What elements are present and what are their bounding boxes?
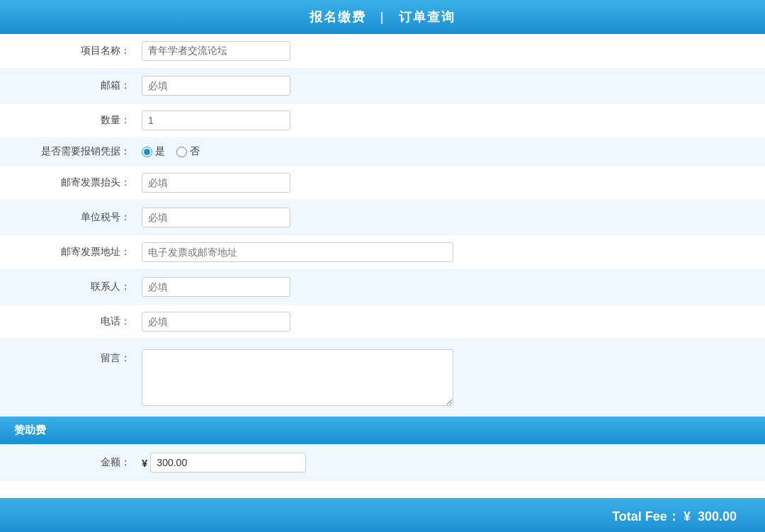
label-email: 邮箱：: [0, 79, 142, 92]
radio-yes-text: 是: [155, 145, 165, 158]
fee-row: 金额： ¥: [0, 444, 765, 481]
input-quantity[interactable]: [142, 111, 290, 130]
input-project-name[interactable]: [142, 41, 290, 61]
main-form: 项目名称： 邮箱： 数量： 是否需要报销凭据： 是 否: [0, 34, 765, 417]
fee-section: 金额： ¥: [0, 444, 765, 481]
row-message: 留言：: [0, 339, 765, 417]
input-message[interactable]: [142, 349, 453, 406]
radio-group-receipt: 是 否: [142, 145, 200, 158]
label-quantity: 数量：: [0, 114, 142, 127]
input-contact-person[interactable]: [142, 277, 290, 297]
section-header-sponsorship: 赞助费: [0, 417, 765, 444]
input-invoice-address[interactable]: [142, 242, 453, 262]
fee-input-wrapper: ¥: [142, 453, 306, 472]
input-phone[interactable]: [142, 312, 290, 332]
total-label: Total Fee：: [612, 509, 680, 523]
fee-amount-input[interactable]: [150, 453, 306, 472]
label-project-name: 项目名称：: [0, 45, 142, 57]
row-email: 邮箱：: [0, 69, 765, 103]
top-bar: 报名缴费 | 订单查询: [0, 0, 765, 34]
row-invoice-header: 邮寄发票抬头：: [0, 166, 765, 200]
radio-yes[interactable]: [142, 147, 152, 157]
input-tax-number[interactable]: [142, 208, 290, 227]
radio-no[interactable]: [176, 147, 187, 157]
page-wrapper: 报名缴费 | 订单查询 项目名称： 邮箱： 数量： 是否需要报销凭据： 是: [0, 0, 765, 532]
row-tax-number: 单位税号：: [0, 200, 765, 235]
label-message: 留言：: [0, 349, 142, 365]
label-invoice-address: 邮寄发票地址：: [0, 246, 142, 259]
row-contact-person: 联系人：: [0, 270, 765, 305]
order-query-label: 订单查询: [399, 10, 455, 24]
total-bar: Total Fee： ¥ 300.00: [0, 498, 765, 532]
fee-currency: ¥: [142, 457, 147, 469]
total-amount: 300.00: [698, 509, 737, 523]
label-invoice-header: 邮寄发票抬头：: [0, 176, 142, 189]
spacer: [0, 481, 765, 498]
row-invoice-address: 邮寄发票地址：: [0, 235, 765, 270]
label-tax-number: 单位税号：: [0, 211, 142, 224]
radio-no-text: 否: [190, 145, 200, 158]
label-need-receipt: 是否需要报销凭据：: [0, 145, 142, 158]
radio-yes-label[interactable]: 是: [142, 145, 165, 158]
header-divider: |: [380, 10, 385, 24]
row-project-name: 项目名称：: [0, 34, 765, 69]
section-header-label: 赞助费: [14, 424, 46, 436]
fee-label: 金额：: [0, 456, 142, 469]
label-contact-person: 联系人：: [0, 281, 142, 293]
row-need-receipt: 是否需要报销凭据： 是 否: [0, 138, 765, 166]
row-phone: 电话：: [0, 305, 765, 339]
input-email[interactable]: [142, 76, 290, 96]
register-fee-label: 报名缴费: [310, 10, 366, 24]
total-currency: ¥: [684, 509, 691, 523]
label-phone: 电话：: [0, 315, 142, 328]
input-invoice-header[interactable]: [142, 173, 290, 193]
row-quantity: 数量：: [0, 103, 765, 138]
radio-no-label[interactable]: 否: [176, 145, 200, 158]
